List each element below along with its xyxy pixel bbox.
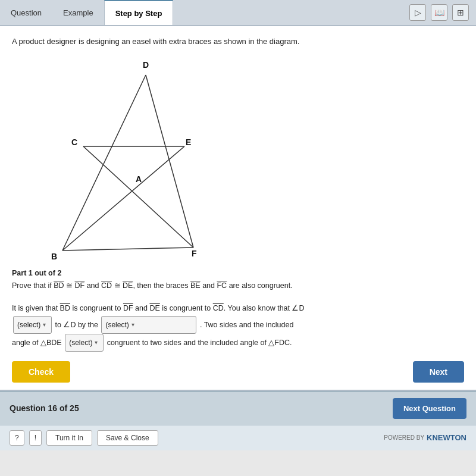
select-3[interactable]: (select) ▾ — [65, 334, 104, 352]
help-button[interactable]: ? — [10, 430, 24, 446]
svg-line-2 — [62, 248, 193, 250]
chevron-down-icon-2: ▾ — [131, 319, 134, 331]
prove-text: Prove that if BD ≅ DF and CD ≅ DE, then … — [12, 280, 464, 292]
part-label: Part 1 out of 2 — [12, 269, 464, 277]
buttons-row: Check Next — [12, 361, 464, 383]
tab-step-by-step[interactable]: Step by Step — [104, 0, 174, 25]
tab-question[interactable]: Question — [0, 0, 52, 25]
save-close-button[interactable]: Save & Close — [97, 430, 158, 446]
svg-text:D: D — [143, 60, 149, 70]
given-block: It is given that BD is congruent to DF a… — [12, 301, 464, 352]
svg-line-4 — [83, 146, 193, 248]
question-count: Question 16 of 25 — [10, 403, 79, 413]
knewton-brand: POWERED BY KNEWTON — [384, 433, 466, 442]
chevron-down-icon-3: ▾ — [95, 337, 98, 349]
book-icon-button[interactable]: 📖 — [431, 4, 447, 21]
tab-icon-group: ▷ 📖 ⊞ — [409, 4, 476, 21]
svg-line-3 — [62, 146, 184, 250]
svg-text:B: B — [51, 252, 57, 259]
svg-text:E: E — [186, 137, 191, 147]
svg-text:A: A — [136, 174, 142, 184]
bottom-bar: Question 16 of 25 Next Question — [0, 391, 476, 425]
select-1[interactable]: (select) ▾ — [13, 316, 52, 334]
svg-text:F: F — [192, 249, 197, 258]
turn-in-button[interactable]: Turn it In — [46, 430, 92, 446]
geometry-diagram: D C E A B F — [30, 57, 214, 259]
chevron-down-icon: ▾ — [43, 319, 46, 331]
tab-bar: Question Example Step by Step ▷ 📖 ⊞ — [0, 0, 476, 26]
svg-text:C: C — [71, 137, 77, 147]
select-2[interactable]: (select) ▾ — [101, 316, 196, 334]
next-question-button[interactable]: Next Question — [393, 398, 466, 419]
svg-line-0 — [62, 75, 146, 250]
next-button[interactable]: Next — [413, 361, 464, 383]
main-content: A product designer is designing an easel… — [0, 26, 476, 390]
diagram-area: D C E A B F — [12, 57, 464, 259]
grid-icon-button[interactable]: ⊞ — [452, 4, 469, 21]
action-bar: ? ! Turn it In Save & Close POWERED BY K… — [0, 425, 476, 450]
check-button[interactable]: Check — [12, 361, 70, 383]
problem-description: A product designer is designing an easel… — [12, 36, 464, 48]
tab-example[interactable]: Example — [52, 0, 104, 25]
svg-line-1 — [146, 75, 193, 248]
play-icon-button[interactable]: ▷ — [409, 4, 426, 21]
flag-button[interactable]: ! — [29, 430, 42, 446]
